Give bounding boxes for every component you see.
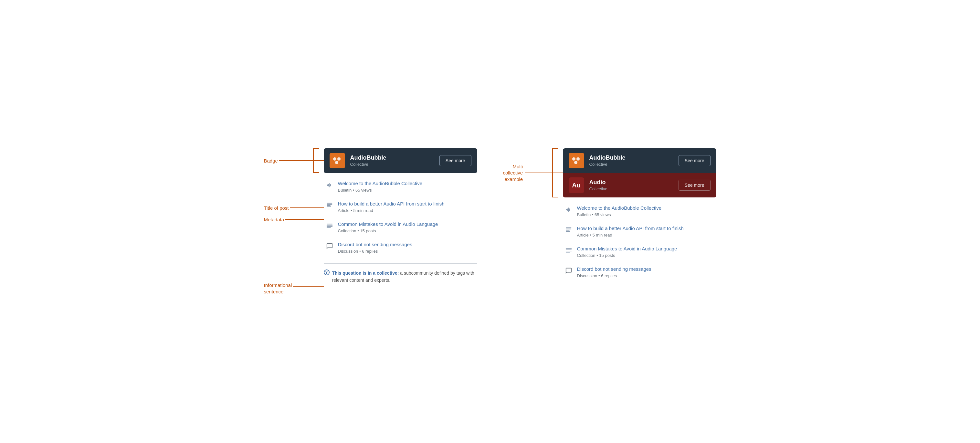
title-annotation: Title of post (264, 202, 324, 214)
post-meta-4: Discussion • 6 replies (338, 249, 476, 253)
svg-point-0 (333, 157, 336, 161)
right-post-meta-4: Discussion • 6 replies (577, 273, 715, 278)
collective-card: AudioBubble Collective See more (324, 148, 477, 173)
svg-rect-18 (565, 249, 571, 249)
bracket-left (313, 148, 319, 173)
svg-rect-20 (565, 251, 571, 252)
post-title-4[interactable]: Discord bot not sending messages (338, 242, 412, 247)
right-post-content-1: Welcome to the AudioBubble Collective Bu… (577, 204, 715, 217)
right-post-title-3[interactable]: Common Mistakes to Avoid in Audio Langua… (577, 246, 677, 252)
right-discussion-icon (564, 266, 573, 275)
collective-badge-1 (569, 153, 584, 168)
post-list: Welcome to the AudioBubble Collective Bu… (324, 176, 477, 258)
right-article-icon (564, 226, 573, 234)
right-post-item-1: Welcome to the AudioBubble Collective Bu… (563, 201, 716, 221)
right-post-title-1[interactable]: Welcome to the AudioBubble Collective (577, 205, 662, 211)
post-content-2: How to build a better Audio API from sta… (338, 200, 476, 213)
post-title-1[interactable]: Welcome to the AudioBubble Collective (338, 181, 423, 186)
right-panel: Multicollectiveexample (503, 148, 716, 282)
audiobubble-icon-2 (571, 156, 581, 165)
metadata-annotation: Metadata (264, 215, 324, 224)
info-link[interactable]: This question is in a collective: (332, 271, 399, 276)
badge-label: Badge (264, 158, 278, 164)
see-more-button[interactable]: See more (439, 155, 471, 166)
svg-rect-6 (327, 207, 331, 207)
title-of-post-label: Title of post (264, 205, 289, 211)
post-title-3[interactable]: Common Mistakes to Avoid in Audio Langua… (338, 222, 438, 227)
audiobubble-icon (332, 156, 342, 165)
post-meta-1: Bulletin • 65 views (338, 188, 476, 193)
post-item-4: Discord bot not sending messages Discuss… (324, 237, 477, 258)
metadata-line (285, 219, 323, 220)
post-content-3: Common Mistakes to Avoid in Audio Langua… (338, 221, 476, 233)
right-content: AudioBubble Collective See more Au Audio… (563, 148, 716, 282)
svg-rect-4 (327, 204, 332, 204)
right-post-item-2: How to build a better Audio API from sta… (563, 221, 716, 241)
bracket-right (552, 148, 558, 198)
collective-name-1: AudioBubble (589, 155, 673, 161)
info-section: ? This question is in a collective: a su… (324, 263, 477, 284)
post-meta-2: Article • 5 min read (338, 208, 476, 213)
left-content: AudioBubble Collective See more Welcome … (324, 148, 477, 295)
right-bulletin-icon (564, 205, 573, 214)
collective-badge (329, 153, 345, 168)
svg-rect-16 (566, 230, 570, 230)
multi-collective-cards: AudioBubble Collective See more Au Audio… (563, 148, 716, 198)
svg-rect-3 (327, 203, 332, 204)
right-post-content-2: How to build a better Audio API from sta… (577, 225, 715, 237)
collective-info-1: AudioBubble Collective (589, 155, 673, 167)
svg-rect-7 (326, 224, 332, 225)
post-content-1: Welcome to the AudioBubble Collective Bu… (338, 180, 476, 193)
right-post-item-4: Discord bot not sending messages Discuss… (563, 262, 716, 282)
multi-collective-annotation: Multicollectiveexample (503, 148, 563, 198)
post-content-4: Discord bot not sending messages Discuss… (338, 241, 476, 253)
title-line (290, 207, 323, 208)
post-item-1: Welcome to the AudioBubble Collective Bu… (324, 176, 477, 196)
left-labels: Badge Title of post Metadata (264, 148, 324, 295)
collective-sub: Collective (350, 162, 434, 167)
svg-rect-14 (566, 228, 571, 228)
post-meta-3: Collection • 15 posts (338, 228, 476, 233)
see-more-button-1[interactable]: See more (679, 155, 711, 166)
collection-icon (325, 222, 334, 230)
collective-card-1: AudioBubble Collective See more (563, 148, 716, 173)
info-label: Informationalsentence (264, 282, 292, 294)
right-labels: Multicollectiveexample (503, 148, 563, 282)
article-icon (325, 201, 334, 210)
post-item-2: How to build a better Audio API from sta… (324, 196, 477, 217)
right-post-title-4[interactable]: Discord bot not sending messages (577, 266, 651, 272)
right-post-content-3: Common Mistakes to Avoid in Audio Langua… (577, 245, 715, 258)
svg-point-12 (576, 157, 580, 161)
right-collection-icon (564, 246, 573, 255)
info-line (293, 286, 323, 287)
post-title-2[interactable]: How to build a better Audio API from sta… (338, 201, 445, 207)
svg-rect-9 (326, 226, 332, 227)
svg-point-1 (337, 157, 340, 161)
metadata-label: Metadata (264, 217, 284, 222)
left-panel: Badge Title of post Metadata (264, 148, 477, 295)
right-post-meta-1: Bulletin • 65 views (577, 212, 715, 217)
svg-point-2 (335, 161, 338, 164)
see-more-button-2[interactable]: See more (679, 180, 711, 191)
spacer-2 (264, 224, 324, 276)
collective-card-2: Au Audio Collective See more (563, 173, 716, 198)
svg-rect-21 (565, 252, 570, 253)
svg-rect-19 (565, 249, 571, 250)
question-icon: ? (324, 269, 329, 275)
page-container: Badge Title of post Metadata (264, 148, 716, 295)
right-post-content-4: Discord bot not sending messages Discuss… (577, 266, 715, 278)
bulletin-icon (325, 181, 334, 190)
info-line: ? This question is in a collective: a su… (324, 269, 477, 284)
right-post-title-2[interactable]: How to build a better Audio API from sta… (577, 226, 684, 231)
svg-point-13 (574, 161, 578, 164)
collective-info: AudioBubble Collective (350, 155, 434, 167)
right-post-item-3: Common Mistakes to Avoid in Audio Langua… (563, 241, 716, 262)
collective-info-2: Audio Collective (589, 179, 673, 191)
collective-badge-2: Au (569, 177, 584, 193)
collective-name: AudioBubble (350, 155, 434, 161)
collective-sub-2: Collective (589, 186, 673, 191)
right-post-meta-2: Article • 5 min read (577, 233, 715, 237)
svg-rect-10 (326, 228, 331, 228)
collective-name-2: Audio (589, 179, 673, 186)
post-item-3: Common Mistakes to Avoid in Audio Langua… (324, 217, 477, 237)
